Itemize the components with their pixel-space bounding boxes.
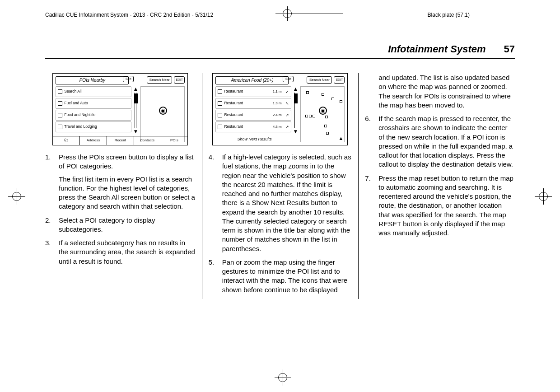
direction-icon: ↗: [285, 124, 289, 130]
vehicle-location-icon: ◉: [319, 107, 327, 115]
fig2-exit-button: EXIT: [334, 76, 345, 84]
column-2: American Food (20+) Sort Search Near EXI…: [202, 73, 359, 299]
registration-mark-top: [280, 9, 298, 18]
step-3: If a selected subcategory has no results…: [45, 238, 196, 266]
steps-6-7: If the search map is pressed to recenter…: [365, 114, 515, 238]
step-2: Select a POI category to display subcate…: [45, 216, 196, 234]
fig2-row: Restaurant1.3 mi↖: [215, 98, 291, 109]
fig2-row: Restaurant4.8 mi↗: [215, 121, 291, 132]
fig1-tab: Address: [80, 136, 107, 145]
column-1: POIs Nearby Sort Search Near EXIT Search…: [45, 73, 202, 299]
vehicle-location-icon: ◉: [159, 107, 167, 115]
fig1-exit-button: EXIT: [174, 76, 185, 84]
step-1: Press the POIs screen button to display …: [45, 153, 196, 211]
steps-4-5: If a high-level category is selected, su…: [209, 153, 352, 294]
doc-id-line: Cadillac CUE Infotainment System - 2013 …: [45, 12, 213, 18]
figure-pois-nearby: POIs Nearby Sort Search Near EXIT Search…: [52, 73, 188, 145]
section-title: Infotainment System: [388, 43, 485, 55]
fig1-row: Fuel and Auto: [56, 98, 131, 109]
figure-american-food: American Food (20+) Sort Search Near EXI…: [212, 73, 348, 145]
fig1-tab: POIs: [161, 136, 188, 145]
fig2-search-near-button: Search Near: [307, 76, 332, 84]
direction-icon: ↙: [285, 89, 289, 94]
scroll-up-icon: ▲: [133, 86, 138, 92]
fig1-tabs: Ɛɔ Address Recent Contacts POIs: [53, 136, 187, 145]
fig1-tab: Ɛɔ: [53, 136, 80, 145]
fig1-title: POIs Nearby: [56, 76, 129, 84]
fig1-tab: Contacts: [134, 136, 161, 145]
fig2-show-next: Show Next Results: [215, 135, 293, 143]
fig2-sort-button: Sort: [283, 76, 294, 82]
plate-label: Black plate (57,1): [428, 12, 470, 18]
fig1-row: Search All: [56, 86, 131, 97]
fig2-list: Restaurant1.1 mi↙ Restaurant1.3 mi↖ Rest…: [215, 86, 291, 134]
fig1-list: Search All Fuel and Auto Food and Nightl…: [56, 86, 131, 134]
direction-icon: ↗: [285, 112, 289, 118]
fig1-sort-button: Sort: [123, 76, 134, 82]
registration-mark-right: [532, 187, 555, 205]
steps-1-3: Press the POIs screen button to display …: [45, 153, 196, 266]
step-5: Pan or zoom the map using the finger ges…: [209, 258, 352, 294]
fig1-row: Food and Nightlife: [56, 110, 131, 121]
running-head: Infotainment System 57: [45, 43, 515, 59]
fig2-title: American Food (20+): [215, 76, 289, 84]
scroll-up-icon: ▲: [293, 86, 299, 92]
scroll-down-icon: ▼: [133, 129, 138, 134]
fig2-row: Restaurant2.4 mi↗: [215, 110, 291, 121]
step-6: If the search map is pressed to recenter…: [365, 114, 515, 169]
column-3: and updated. The list is also updated ba…: [358, 73, 515, 299]
fig2-map: ◉ ▲: [300, 86, 345, 142]
direction-icon: ↖: [285, 101, 289, 106]
scroll-down-icon: ▼: [293, 129, 299, 134]
fig2-row: Restaurant1.1 mi↙: [215, 86, 291, 97]
step-7: Press the map reset button to return the…: [365, 174, 515, 238]
fig1-map: ◉: [140, 86, 185, 142]
map-zoom-icon: ▲: [339, 135, 344, 142]
fig1-tab: Recent: [107, 136, 134, 145]
step-4: If a high-level category is selected, su…: [209, 153, 352, 253]
registration-mark-left: [5, 187, 28, 205]
page-number: 57: [504, 43, 515, 55]
step-5-continued: and updated. The list is also updated ba…: [365, 73, 515, 110]
fig1-scrollbar: ▲ ▼: [132, 86, 139, 134]
fig1-search-near-button: Search Near: [147, 76, 172, 84]
fig1-row: Travel and Lodging: [56, 121, 131, 132]
fig2-scrollbar: ▲ ▼: [292, 86, 299, 134]
